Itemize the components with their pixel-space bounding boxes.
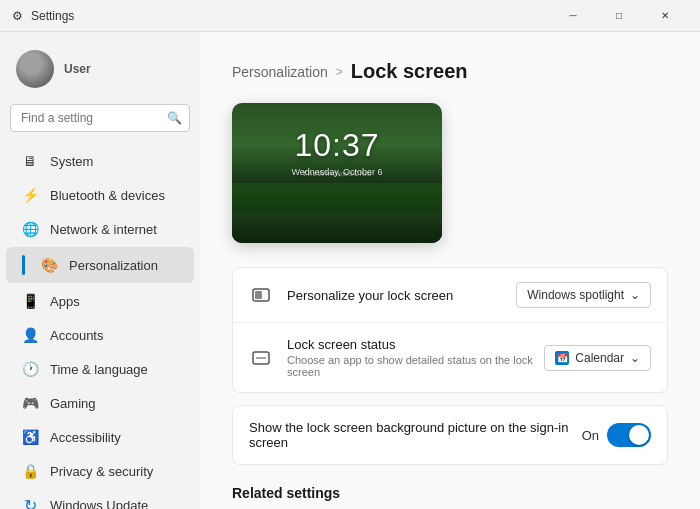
lock-status-dropdown-label: Calendar	[575, 351, 624, 365]
sidebar-item-update-label: Windows Update	[50, 498, 148, 510]
sidebar-item-accessibility-label: Accessibility	[50, 430, 121, 445]
sidebar-item-bluetooth[interactable]: Bluetooth & devices	[6, 179, 194, 211]
sidebar-item-system[interactable]: System	[6, 145, 194, 177]
privacy-icon	[22, 463, 38, 479]
sidebar-item-accounts[interactable]: Accounts	[6, 319, 194, 351]
lock-status-icon	[249, 346, 273, 370]
settings-section-main: Personalize your lock screen Windows spo…	[232, 267, 668, 393]
settings-section-toggle: Show the lock screen background picture …	[232, 405, 668, 465]
breadcrumb: Personalization > Lock screen	[232, 60, 668, 83]
chevron-down-icon	[630, 288, 640, 302]
sidebar-item-apps-label: Apps	[50, 294, 80, 309]
toggle-title: Show the lock screen background picture …	[249, 420, 582, 450]
apps-icon	[22, 293, 38, 309]
calendar-icon: 📅	[555, 351, 569, 365]
main-content: Personalization > Lock screen 10:37 Wedn…	[200, 32, 700, 509]
breadcrumb-parent[interactable]: Personalization	[232, 64, 328, 80]
user-profile: User	[0, 40, 200, 104]
toggle-switch[interactable]	[607, 423, 651, 447]
bluetooth-icon	[22, 187, 38, 203]
personalize-lock-row: Personalize your lock screen Windows spo…	[233, 268, 667, 323]
sidebar-item-bluetooth-label: Bluetooth & devices	[50, 188, 165, 203]
search-input[interactable]	[10, 104, 190, 132]
lock-time: 10:37	[232, 127, 442, 164]
sidebar-item-privacy[interactable]: Privacy & security	[6, 455, 194, 487]
avatar-image	[16, 50, 54, 88]
close-button[interactable]: ✕	[642, 0, 688, 32]
breadcrumb-separator: >	[336, 65, 343, 79]
active-indicator	[22, 255, 25, 275]
sidebar-item-time-label: Time & language	[50, 362, 148, 377]
toggle-state-label: On	[582, 428, 599, 443]
sidebar-item-apps[interactable]: Apps	[6, 285, 194, 317]
sidebar-item-gaming-label: Gaming	[50, 396, 96, 411]
title-bar-controls: ─ □ ✕	[550, 0, 688, 32]
sidebar-item-personalization[interactable]: Personalization	[6, 247, 194, 283]
sidebar-item-personalization-label: Personalization	[69, 258, 158, 273]
gaming-icon	[22, 395, 38, 411]
settings-icon: ⚙	[12, 9, 23, 23]
sidebar-item-accessibility[interactable]: Accessibility	[6, 421, 194, 453]
title-bar-left: ⚙ Settings	[12, 9, 74, 23]
sidebar-item-update[interactable]: Windows Update	[6, 489, 194, 509]
app-container: User 🔍 System Bluetooth & devices Networ…	[0, 32, 700, 509]
maximize-button[interactable]: □	[596, 0, 642, 32]
svg-rect-1	[255, 291, 262, 299]
minimize-button[interactable]: ─	[550, 0, 596, 32]
lock-status-row: Lock screen status Choose an app to show…	[233, 323, 667, 392]
lock-status-title: Lock screen status	[287, 337, 544, 352]
sidebar: User 🔍 System Bluetooth & devices Networ…	[0, 32, 200, 509]
lock-screen-preview: 10:37 Wednesday, October 6 TheWindowsClu…	[232, 103, 442, 243]
system-icon	[22, 153, 38, 169]
title-bar: ⚙ Settings ─ □ ✕	[0, 0, 700, 32]
search-icon: 🔍	[167, 111, 182, 125]
personalize-lock-content: Personalize your lock screen	[287, 288, 516, 303]
user-name: User	[64, 62, 91, 76]
lock-status-control: 📅 Calendar	[544, 345, 651, 371]
search-box: 🔍	[10, 104, 190, 132]
title-bar-title: Settings	[31, 9, 74, 23]
network-icon	[22, 221, 38, 237]
personalize-lock-icon	[249, 283, 273, 307]
avatar	[16, 50, 54, 88]
lock-status-content: Lock screen status Choose an app to show…	[287, 337, 544, 378]
lock-watermark: TheWindowsClub	[302, 169, 372, 178]
personalize-lock-control: Windows spotlight	[516, 282, 651, 308]
lock-status-dropdown[interactable]: 📅 Calendar	[544, 345, 651, 371]
toggle-content: Show the lock screen background picture …	[249, 420, 582, 450]
toggle-thumb	[629, 425, 649, 445]
personalize-lock-dropdown-label: Windows spotlight	[527, 288, 624, 302]
personalize-lock-title: Personalize your lock screen	[287, 288, 516, 303]
related-settings-header: Related settings	[232, 485, 668, 501]
breadcrumb-current: Lock screen	[351, 60, 468, 83]
sidebar-item-network-label: Network & internet	[50, 222, 157, 237]
lock-status-desc: Choose an app to show detailed status on…	[287, 354, 544, 378]
accessibility-icon	[22, 429, 38, 445]
personalize-lock-dropdown[interactable]: Windows spotlight	[516, 282, 651, 308]
toggle-row: Show the lock screen background picture …	[233, 406, 667, 464]
sidebar-item-time[interactable]: Time & language	[6, 353, 194, 385]
sidebar-item-accounts-label: Accounts	[50, 328, 103, 343]
sidebar-item-network[interactable]: Network & internet	[6, 213, 194, 245]
sidebar-item-system-label: System	[50, 154, 93, 169]
lock-preview-reflection	[232, 213, 442, 243]
time-icon	[22, 361, 38, 377]
chevron-down-icon-2	[630, 351, 640, 365]
sidebar-item-gaming[interactable]: Gaming	[6, 387, 194, 419]
personalization-icon	[41, 257, 57, 273]
sidebar-item-privacy-label: Privacy & security	[50, 464, 153, 479]
toggle-control: On	[582, 423, 651, 447]
update-icon	[22, 497, 38, 509]
accounts-icon	[22, 327, 38, 343]
